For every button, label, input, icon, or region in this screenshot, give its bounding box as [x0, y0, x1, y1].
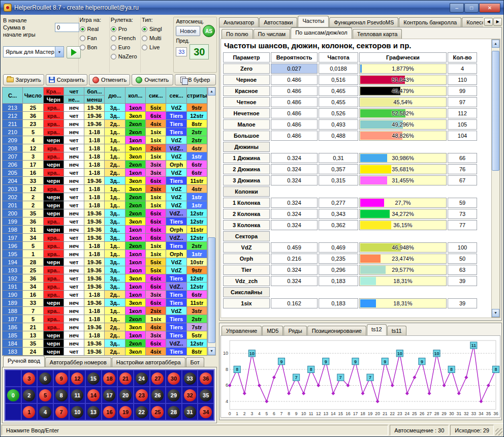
freq-col-header[interactable]: Вероятность [271, 52, 318, 63]
number-cell-6[interactable]: 6 [37, 370, 53, 387]
number-cell-20[interactable]: 20 [117, 387, 134, 403]
number-cell-32[interactable]: 32 [182, 387, 198, 403]
freq-col-header[interactable]: Кол-во [448, 52, 477, 63]
number-cell-17[interactable]: 17 [102, 387, 118, 403]
col-header[interactable]: кол... [125, 87, 145, 104]
freq-row[interactable]: VdZ0.4590,46946,948%100 [223, 242, 477, 253]
sub-tab-3[interactable]: Тепловая карта [353, 29, 402, 39]
maximize-button[interactable]: □ [464, 3, 479, 13]
freq-row[interactable]: Tier0.3240,29629,577%63 [223, 265, 477, 275]
scroll-up-icon[interactable]: ▲ [208, 87, 215, 96]
number-cell-3[interactable]: 3 [21, 370, 38, 387]
main-tab-4[interactable]: Контроль банкролла [399, 17, 461, 27]
number-cell-23[interactable]: 23 [134, 387, 150, 403]
frequency-scrollbar[interactable]: ▲ ▼ [491, 39, 500, 318]
radio-nazero[interactable]: NaZero [111, 52, 139, 61]
number-cell-18[interactable]: 18 [102, 370, 118, 387]
number-cell-24[interactable]: 24 [134, 370, 150, 387]
history-row[interactable]: 18513черннеч1-182д..1кол3sixTiers5str [3, 331, 207, 339]
freq-section-row[interactable]: Сикслайны [223, 287, 477, 297]
frequency-scroll-thumb[interactable] [492, 51, 499, 171]
number-cell-7[interactable]: 7 [53, 403, 70, 420]
radio-bon[interactable]: Bon [80, 43, 108, 52]
number-cell-21[interactable]: 21 [117, 370, 134, 387]
main-tab-3[interactable]: Функционал PsevdoMS [329, 17, 398, 27]
number-cell-10[interactable]: 10 [69, 403, 85, 420]
number-cell-27[interactable]: 27 [150, 370, 166, 387]
history-row[interactable]: 19325кра..неч19-363д..1кол5sixVdZ9str [3, 266, 207, 274]
history-row[interactable]: 18621кра..неч19-362д..3кол4sixTiers7str [3, 323, 207, 331]
clear-button[interactable]: Очистить [132, 74, 173, 85]
freq-row[interactable]: Четное0.4860,45545,54%97 [223, 97, 477, 107]
copy-button[interactable]: В буфер [175, 74, 216, 85]
freq-section-row[interactable]: Дюжины [223, 142, 477, 152]
save-button[interactable]: Сохранить [46, 74, 87, 85]
history-row[interactable]: 20812кра..чет1-181д..3кол2sixVdZ..4str [3, 144, 207, 152]
col-header[interactable]: бол... [84, 87, 105, 96]
number-cell-8[interactable]: 8 [53, 387, 70, 403]
freq-row[interactable]: 1 Колонка0.3240,27727,7%59 [223, 198, 477, 208]
history-row[interactable]: 1875кра..неч1-181д..2кол1sixTiers2str [3, 315, 207, 323]
history-row[interactable]: 18933черннеч19-363д..3кол6sixTiers11str [3, 299, 207, 307]
series-tab-2[interactable]: Ряды [284, 326, 306, 335]
history-row[interactable]: 1951кра..неч1-181д..1кол1sixOrph1str [3, 250, 207, 258]
freq-row[interactable]: 3 Дюжина0.3240,31531,455%67 [223, 175, 477, 185]
series-tab-3[interactable]: Позиционирование [307, 326, 366, 335]
number-cell-15[interactable]: 15 [85, 370, 102, 387]
tab-scroll-left-icon[interactable]: ◀ [484, 18, 493, 26]
col-subheader[interactable]: не... [64, 96, 84, 104]
number-cell-30[interactable]: 30 [166, 370, 182, 387]
col-header[interactable]: Число [23, 87, 43, 104]
history-row[interactable]: 20433черннеч19-363д..3кол6sixTiers11str [3, 177, 207, 185]
number-cell-34[interactable]: 34 [198, 403, 214, 420]
input-tab-2[interactable]: Настройки автограббера [112, 357, 185, 367]
history-row[interactable]: 19428чернчет19-363д..1кол5sixVdZ10str [3, 258, 207, 266]
history-scroll-track[interactable] [208, 96, 215, 347]
number-cell-14[interactable]: 14 [85, 387, 102, 403]
scroll-down-icon[interactable]: ▼ [208, 347, 215, 355]
chevron-down-icon[interactable]: ▼ [55, 47, 64, 57]
history-row[interactable]: 1965кра..неч1-181д..2кол1sixTiers2str [3, 242, 207, 250]
number-cell-35[interactable]: 35 [198, 387, 214, 403]
series-tab-1[interactable]: MD5 [262, 326, 283, 335]
radio-real[interactable]: Real [80, 24, 108, 34]
main-tab-5[interactable]: Колесо рулет... [462, 17, 483, 27]
radio-french[interactable]: French [111, 34, 139, 43]
history-scroll-thumb[interactable] [208, 237, 215, 343]
input-tab-1[interactable]: Автограббер номеров [45, 357, 111, 367]
history-row[interactable]: 21123кра..неч19-362д..2кол4sixTiers8str [3, 120, 207, 128]
number-cell-25[interactable]: 25 [150, 403, 166, 420]
main-tab-1[interactable]: Автоставки [259, 17, 297, 27]
load-button[interactable]: Загрузить [3, 74, 44, 85]
radio-fan[interactable]: Fan [80, 34, 108, 43]
radio-euro[interactable]: Euro [111, 43, 139, 52]
master-combo[interactable]: Ярлык для Мастер ▼ [3, 46, 64, 57]
new-button[interactable]: Новое [176, 26, 200, 36]
number-cell-36[interactable]: 36 [198, 370, 214, 387]
freq-row[interactable]: Большое0.4860,48848,826%104 [223, 131, 477, 141]
main-tab-0[interactable]: Анализатор [219, 17, 259, 27]
freq-row[interactable]: 3 Колонка0.3240,36236,15%77 [223, 220, 477, 230]
number-cell-13[interactable]: 13 [85, 403, 102, 420]
col-header[interactable]: чет [64, 87, 84, 96]
history-row[interactable]: 19734кра..чет19-363д..1кол6sixVdZ..12str [3, 234, 207, 242]
freq-row[interactable]: 1 Дюжина0.3240,3130,986%66 [223, 153, 477, 163]
number-cell-19[interactable]: 19 [117, 403, 134, 420]
freq-row[interactable]: Zero0.0270,01881,8779%4 [223, 64, 477, 74]
history-row[interactable]: 19134кра..чет19-363д..1кол6sixVdZ..12str [3, 283, 207, 291]
freq-row[interactable]: Orph0.2160,23523,474%50 [223, 254, 477, 264]
history-row[interactable]: 19236кра..чет19-363д..3кол6sixTiers12str [3, 274, 207, 283]
history-row[interactable]: 2012чернчет1-181д..2кол1sixVdZ1str [3, 201, 207, 209]
history-row[interactable]: 2022чернчет1-181д..2кол1sixVdZ1str [3, 193, 207, 201]
history-row[interactable]: 19016кра..чет1-182д..1кол3sixTiers6str [3, 291, 207, 299]
number-cell-33[interactable]: 33 [182, 370, 198, 387]
radio-singl[interactable]: Singl [142, 24, 170, 34]
history-row[interactable]: 20035черннеч19-363д..2кол6sixVdZ..12str [3, 209, 207, 217]
series-tab-5[interactable]: ts11 [387, 326, 406, 335]
history-row[interactable]: 18324чернчет19-362д..3кол4sixTiers8str [3, 348, 207, 356]
input-tab-0[interactable]: Ручной ввод [3, 356, 45, 367]
scroll-up-icon[interactable]: ▲ [492, 40, 499, 48]
freq-row[interactable]: Черное0.4860,51651,643%110 [223, 75, 477, 85]
history-row[interactable]: 20312кра..чет1-181д..3кол2sixVdZ4str [3, 185, 207, 193]
frequency-scroll-track[interactable] [492, 48, 499, 309]
